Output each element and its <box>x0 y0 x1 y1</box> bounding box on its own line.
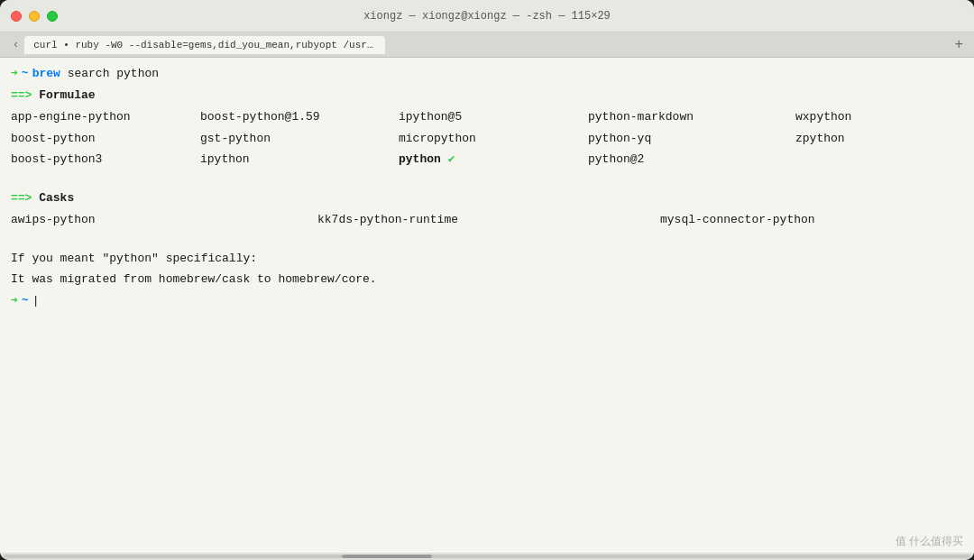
formula-wxpython: wxpython <box>795 107 963 127</box>
formula-python-at-2: python@2 <box>588 150 795 170</box>
formulae-row-2: boost-python gst-python micropython pyth… <box>11 129 963 149</box>
formula-gst-python: gst-python <box>200 129 399 149</box>
formula-python-yq: python-yq <box>588 129 795 149</box>
scrollbar-area <box>0 553 974 560</box>
formulae-row-3: boost-python3 ipython python ✔ python@2 <box>11 150 963 170</box>
tab-scroll-left[interactable]: ‹ <box>7 37 24 53</box>
minimize-button[interactable] <box>29 11 40 22</box>
casks-row: awips-python kk7ds-python-runtime mysql-… <box>11 210 963 230</box>
blank-line-2 <box>11 232 963 246</box>
terminal-body[interactable]: ➜ ~ brew search python ==> Formulae app-… <box>0 58 974 553</box>
blank-line-1 <box>11 171 963 186</box>
title-bar: xiongz — xiongz@xiongz — -zsh — 115×29 <box>0 0 974 32</box>
formula-zpython: zpython <box>795 129 963 149</box>
checkmark-icon: ✔ <box>448 152 455 166</box>
casks-header: ==> Casks <box>11 189 963 207</box>
formula-ipython5: ipython@5 <box>399 107 588 127</box>
info-line-1: If you meant "python" specifically: <box>11 250 963 268</box>
prompt-line-1: ➜ ~ brew search python <box>11 65 963 83</box>
terminal-window: xiongz — xiongz@xiongz — -zsh — 115×29 ‹… <box>0 0 974 560</box>
casks-arrow: ==> <box>11 191 32 205</box>
formula-empty <box>795 150 963 170</box>
active-tab[interactable]: curl • ruby -W0 --disable=gems,did_you_m… <box>24 36 385 54</box>
formula-boost-python3: boost-python3 <box>11 150 200 170</box>
formula-boost-python: boost-python <box>11 129 200 149</box>
tab-bar: ‹ curl • ruby -W0 --disable=gems,did_you… <box>0 32 974 58</box>
formulae-header: ==> Formulae <box>11 87 963 105</box>
prompt-arrow-2: ➜ <box>11 292 18 310</box>
cask-awips-python: awips-python <box>11 210 317 230</box>
formula-app-engine-python: app-engine-python <box>11 107 200 127</box>
formula-ipython: ipython <box>200 150 399 170</box>
prompt-command-1: brew search python <box>32 65 159 83</box>
formulae-arrow: ==> <box>11 88 32 102</box>
cask-kk7ds: kk7ds-python-runtime <box>317 210 660 230</box>
info-line-2: It was migrated from homebrew/cask to ho… <box>11 271 963 289</box>
scrollbar-track[interactable] <box>4 555 970 558</box>
cmd-brew: brew <box>32 67 60 80</box>
tab-content-area: ‹ curl • ruby -W0 --disable=gems,did_you… <box>7 36 947 54</box>
watermark: 值 什么值得买 <box>896 534 963 549</box>
traffic-lights <box>11 11 58 22</box>
formulae-title: Formulae <box>39 88 95 102</box>
formula-boost-python-159: boost-python@1.59 <box>200 107 399 127</box>
close-button[interactable] <box>11 11 22 22</box>
prompt-arrow-1: ➜ <box>11 65 18 83</box>
maximize-button[interactable] <box>47 11 58 22</box>
casks-title: Casks <box>39 191 74 205</box>
prompt-tilde-2: ~ <box>22 292 29 310</box>
cask-mysql-connector: mysql-connector-python <box>660 210 963 230</box>
new-tab-button[interactable]: + <box>951 37 967 53</box>
window-title: xiongz — xiongz@xiongz — -zsh — 115×29 <box>363 10 611 23</box>
cursor: | <box>32 292 40 310</box>
formulae-row-1: app-engine-python boost-python@1.59 ipyt… <box>11 107 963 127</box>
prompt-tilde-1: ~ <box>22 65 29 83</box>
formula-python-markdown: python-markdown <box>588 107 795 127</box>
scrollbar-thumb[interactable] <box>342 555 432 558</box>
prompt-line-2: ➜ ~ | <box>11 292 963 310</box>
formula-micropython: micropython <box>399 129 588 149</box>
formula-python: python ✔ <box>399 150 588 170</box>
